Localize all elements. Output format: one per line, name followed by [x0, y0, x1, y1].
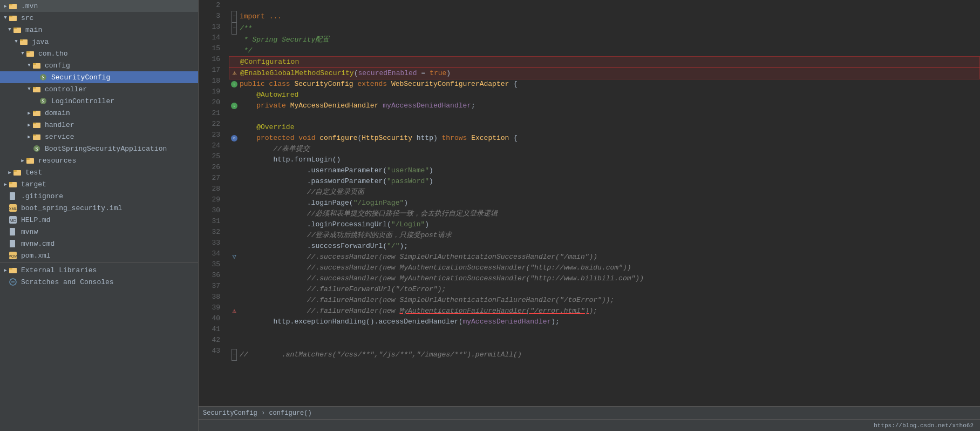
svg-rect-23	[33, 134, 36, 136]
tree-arrow-LoginController	[32, 98, 39, 104]
code-line-43: −// .antMatchers("/css/**","/js/**","/im…	[229, 349, 980, 361]
tree-arrow-config	[26, 63, 32, 68]
code-content-15: */	[240, 45, 252, 56]
sidebar-item-LoginController[interactable]: SLoginController	[0, 95, 198, 107]
tree-arrow-com.tho	[19, 51, 26, 56]
code-line-39: ⚠ //.failureHandler(new MyAuthentication…	[229, 306, 980, 316]
sidebar-item-HELP[interactable]: MDHELP.md	[0, 214, 198, 226]
tree-arrow-service	[26, 134, 32, 140]
gutter-20: ↓	[229, 103, 240, 109]
sidebar-item-com.tho[interactable]: com.tho	[0, 48, 198, 59]
code-content-35: //.successHandler(new MyAuthenticationSu…	[240, 262, 631, 273]
svg-rect-7	[20, 39, 23, 41]
code-content-25: http.formLogin()	[240, 154, 341, 165]
sidebar-item-SecurityConfig[interactable]: SSecurityConfig	[0, 71, 198, 83]
line-number-19: 19	[199, 86, 220, 97]
tree-label-handler: handler	[45, 121, 74, 129]
line-number-17: 17	[199, 65, 220, 76]
code-line-2	[229, 0, 980, 11]
tree-label-com.tho: com.tho	[38, 50, 68, 58]
svg-rect-1	[9, 4, 12, 5]
line-number-15: 15	[199, 43, 220, 54]
sidebar-item-mvnw[interactable]: mvnw	[0, 226, 198, 238]
code-area[interactable]: −import ...−/** * Spring Security配置 */@C…	[224, 0, 980, 406]
gutter-39: ⚠	[229, 306, 240, 316]
code-line-23: ○ protected void configure(HttpSecurity …	[229, 133, 980, 144]
tree-arrow-domain	[26, 110, 32, 116]
sidebar-item-src[interactable]: src	[0, 12, 198, 24]
tree-icon-resources	[26, 156, 35, 165]
svg-rect-32	[10, 192, 15, 200]
sidebar-item-handler[interactable]: handler	[0, 119, 198, 131]
tree-label-service: service	[45, 133, 74, 141]
code-content-32: //登录成功后跳转到的页面，只接受post请求	[240, 230, 452, 241]
svg-rect-5	[13, 28, 17, 29]
code-line-13: −/**	[229, 23, 980, 35]
code-content-37: //.failureForwardUrl("/toError");	[240, 284, 446, 295]
line-number-33: 33	[199, 238, 220, 248]
tree-arrow-handler	[26, 122, 32, 128]
tree-icon-HELP: MD	[9, 216, 17, 224]
tree-icon-com.tho	[26, 49, 35, 58]
tree-icon-controller	[32, 85, 41, 93]
code-line-32: //登录成功后跳转到的页面，只接受post请求	[229, 230, 980, 241]
line-number-35: 35	[199, 259, 220, 270]
status-url: https://blog.csdn.net/xtho62	[874, 422, 974, 429]
sidebar-separator	[0, 262, 198, 263]
svg-text:MD: MD	[10, 218, 17, 223]
line-number-18: 18	[199, 76, 220, 86]
code-line-31: .loginProcessingUrl("/Login")	[229, 219, 980, 230]
svg-rect-37	[10, 228, 15, 235]
breadcrumb-text: SecurityConfig › configure()	[203, 409, 312, 417]
tree-label-target: target	[21, 180, 46, 188]
tree-label-scratches: Scratches and Consoles	[21, 278, 114, 286]
line-number-34: 34	[199, 248, 220, 259]
editor-panel: 2313141516171819202122232425262728293031…	[199, 0, 980, 431]
code-line-3: −import ...	[229, 11, 980, 23]
tree-label-BootSpringSecurityApplication: BootSpringSecurityApplication	[45, 145, 167, 153]
sidebar-item-mvnwcmd[interactable]: mvnw.cmd	[0, 238, 198, 250]
sidebar-item-scratches[interactable]: Scratches and Consoles	[0, 276, 198, 288]
tree-arrow-mvn	[2, 3, 9, 9]
sidebar-item-pom[interactable]: POMpom.xml	[0, 250, 198, 261]
line-number-29: 29	[199, 194, 220, 205]
sidebar-item-target[interactable]: target	[0, 178, 198, 190]
line-number-40: 40	[199, 313, 220, 324]
tree-icon-gitignore	[9, 192, 17, 200]
line-number-24: 24	[199, 140, 220, 151]
line-number-38: 38	[199, 292, 220, 302]
sidebar-item-service[interactable]: service	[0, 131, 198, 143]
sidebar-item-boot_spring[interactable]: XMLboot_spring_security.iml	[0, 202, 198, 214]
tree-icon-java	[19, 37, 28, 46]
line-number-23: 23	[199, 130, 220, 140]
code-content-40: http.exceptionHandling().accessDeniedHan…	[240, 316, 560, 327]
line-number-27: 27	[199, 173, 220, 184]
sidebar-item-BootSpringSecurityApplication[interactable]: SBootSpringSecurityApplication	[0, 143, 198, 154]
code-content-33: .successForwardUrl("/");	[240, 241, 408, 252]
tree-arrow-test	[6, 170, 13, 176]
tree-arrow-src	[2, 15, 9, 21]
sidebar-item-test[interactable]: test	[0, 166, 198, 178]
sidebar-item-domain[interactable]: domain	[0, 107, 198, 119]
code-content-14: * Spring Security配置	[240, 35, 329, 45]
sidebar-item-controller[interactable]: controller	[0, 83, 198, 95]
sidebar-item-mvn[interactable]: .mvn	[0, 0, 198, 12]
line-number-2: 2	[199, 0, 220, 11]
gutter-43: −	[229, 349, 240, 361]
code-line-25: http.formLogin()	[229, 154, 980, 165]
line-number-42: 42	[199, 335, 220, 346]
tree-icon-scratches	[9, 278, 17, 286]
tree-arrow-pom	[2, 253, 9, 258]
sidebar-item-external-libraries[interactable]: External Libraries	[0, 264, 198, 276]
tree-icon-handler	[32, 120, 41, 129]
sidebar-item-resources[interactable]: resources	[0, 154, 198, 166]
sidebar-item-gitignore[interactable]: .gitignore	[0, 190, 198, 202]
file-tree[interactable]: .mvnsrcmainjavacom.thoconfig SSecurityCo…	[0, 0, 199, 431]
sidebar-item-main[interactable]: main	[0, 24, 198, 36]
line-number-21: 21	[199, 108, 220, 119]
sidebar-item-java[interactable]: java	[0, 36, 198, 48]
tree-label-mvnw: mvnw	[21, 228, 38, 236]
tree-icon-service	[32, 132, 41, 141]
code-content-38: //.failureHandler(new SimpleUrlAuthentic…	[240, 295, 614, 306]
sidebar-item-config[interactable]: config	[0, 59, 198, 71]
